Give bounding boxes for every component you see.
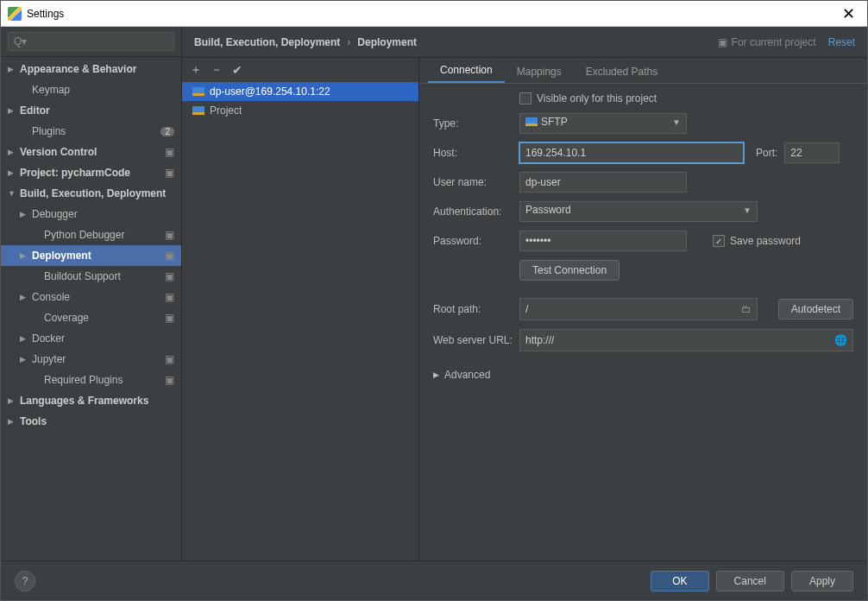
project-scope-icon: ▣	[165, 250, 174, 262]
chevron-right-icon	[20, 251, 28, 260]
root-path-input[interactable]	[520, 299, 741, 319]
chevron-down-icon	[8, 189, 16, 198]
ok-button[interactable]: OK	[651, 571, 708, 592]
remove-server-button[interactable]: －	[210, 63, 223, 77]
autodetect-button[interactable]: Autodetect	[778, 299, 853, 319]
sidebar-item-label: Project: pycharmCode	[20, 167, 181, 179]
sidebar-item-build-execution-deployment[interactable]: Build, Execution, Deployment	[1, 183, 181, 204]
apply-button[interactable]: Apply	[791, 571, 853, 592]
sidebar-item-jupyter[interactable]: Jupyter▣	[1, 349, 181, 370]
tabs-bar: ConnectionMappingsExcluded Paths	[419, 58, 867, 84]
chevron-right-icon	[8, 168, 16, 177]
sidebar-item-label: Appearance & Behavior	[20, 63, 181, 75]
sidebar-item-appearance-behavior[interactable]: Appearance & Behavior	[1, 59, 181, 79]
sidebar-item-coverage[interactable]: Coverage▣	[1, 307, 181, 328]
sidebar-item-docker[interactable]: Docker	[1, 328, 181, 349]
titlebar: Settings ✕	[1, 1, 867, 27]
sidebar-item-debugger[interactable]: Debugger	[1, 204, 181, 225]
server-toolbar: ＋ － ✔	[182, 58, 418, 82]
port-label: Port:	[756, 147, 777, 159]
chevron-right-icon	[8, 396, 16, 405]
tab-mappings[interactable]: Mappings	[505, 60, 574, 83]
sidebar-item-required-plugins[interactable]: Required Plugins▣	[1, 370, 181, 390]
sidebar-item-editor[interactable]: Editor	[1, 100, 181, 121]
mark-default-button[interactable]: ✔	[230, 63, 244, 77]
host-input[interactable]	[519, 142, 744, 163]
sidebar-item-buildout-support[interactable]: Buildout Support▣	[1, 266, 181, 287]
sidebar-item-label: Python Debugger	[44, 229, 181, 241]
sidebar-item-project-pycharmcode[interactable]: Project: pycharmCode▣	[1, 162, 181, 183]
chevron-right-icon	[20, 355, 28, 364]
project-icon: ▣	[718, 36, 727, 48]
server-list-panel: ＋ － ✔ dp-user@169.254.10.1:22Project	[182, 58, 419, 560]
project-scope-icon: ▣	[165, 270, 174, 282]
project-scope-icon: ▣	[165, 229, 174, 241]
project-scope-icon: ▣	[165, 312, 174, 324]
window-title: Settings	[27, 8, 64, 20]
sidebar-item-languages-frameworks[interactable]: Languages & Frameworks	[1, 390, 181, 411]
web-url-input[interactable]	[520, 330, 834, 351]
sidebar-item-console[interactable]: Console▣	[1, 287, 181, 307]
globe-icon[interactable]: 🌐	[834, 334, 852, 346]
sidebar-item-label: Plugins	[32, 125, 181, 137]
sidebar-item-deployment[interactable]: Deployment▣	[1, 245, 181, 266]
chevron-right-icon	[20, 334, 28, 343]
checkbox-checked-icon: ✓	[713, 235, 725, 247]
sidebar-item-label: Debugger	[32, 208, 181, 220]
help-button[interactable]: ?	[15, 571, 35, 592]
project-scope-icon: ▣	[165, 353, 174, 365]
password-label: Password:	[433, 235, 519, 247]
auth-select[interactable]: Password ▼	[519, 201, 758, 222]
username-input[interactable]	[519, 172, 687, 193]
app-icon	[8, 7, 22, 21]
sidebar-item-label: Build, Execution, Deployment	[20, 187, 181, 199]
add-server-button[interactable]: ＋	[189, 63, 203, 77]
detail-panel: ConnectionMappingsExcluded Paths Visible…	[419, 58, 867, 560]
chevron-right-icon	[8, 65, 16, 73]
badge-count: 2	[160, 127, 174, 136]
test-connection-button[interactable]: Test Connection	[519, 260, 620, 281]
port-input[interactable]	[784, 142, 840, 163]
save-password-checkbox[interactable]: ✓ Save password	[713, 235, 801, 247]
crumb-a[interactable]: Build, Execution, Deployment	[194, 36, 340, 48]
chevron-right-icon	[20, 293, 28, 301]
sidebar-item-label: Buildout Support	[44, 270, 181, 282]
tab-connection[interactable]: Connection	[428, 59, 505, 83]
sidebar-item-tools[interactable]: Tools	[1, 411, 181, 432]
chevron-right-icon	[8, 148, 16, 156]
reset-link[interactable]: Reset	[828, 36, 855, 48]
sidebar-item-label: Console	[32, 291, 181, 303]
cancel-button[interactable]: Cancel	[716, 571, 784, 592]
server-item[interactable]: Project	[182, 101, 418, 120]
password-input[interactable]	[519, 231, 687, 251]
checkbox-box-icon	[519, 92, 531, 104]
server-icon	[192, 106, 204, 115]
folder-icon[interactable]: 🗀	[741, 303, 757, 315]
chevron-right-icon	[8, 417, 16, 426]
footer-bar: ? OK Cancel Apply	[1, 560, 867, 600]
tab-excluded-paths[interactable]: Excluded Paths	[574, 60, 670, 83]
server-icon	[192, 87, 204, 96]
main-panel: Build, Execution, Deployment › Deploymen…	[182, 27, 867, 560]
project-scope-icon: ▣	[165, 167, 174, 179]
project-scope-icon: ▣	[165, 374, 174, 386]
crumb-b[interactable]: Deployment	[357, 36, 417, 48]
breadcrumb: Build, Execution, Deployment › Deploymen…	[194, 36, 417, 48]
server-label: dp-user@169.254.10.1:22	[210, 85, 330, 98]
search-input[interactable]	[8, 32, 174, 51]
sidebar-item-python-debugger[interactable]: Python Debugger▣	[1, 225, 181, 245]
sidebar-item-version-control[interactable]: Version Control▣	[1, 142, 181, 162]
chevron-right-icon: ▶	[433, 370, 439, 379]
sidebar-item-label: Keymap	[32, 84, 181, 96]
web-url-input-wrap: 🌐	[519, 329, 853, 351]
close-icon[interactable]: ✕	[837, 4, 860, 23]
sidebar-item-keymap[interactable]: Keymap	[1, 79, 181, 100]
sidebar-item-plugins[interactable]: Plugins2	[1, 121, 181, 142]
settings-tree: Appearance & BehaviorKeymapEditorPlugins…	[1, 57, 181, 560]
advanced-toggle[interactable]: ▶ Advanced	[433, 369, 853, 381]
chevron-down-icon: ▼	[743, 206, 752, 215]
visible-only-checkbox[interactable]: Visible only for this project	[519, 92, 657, 104]
sidebar-item-label: Tools	[20, 415, 181, 427]
server-item[interactable]: dp-user@169.254.10.1:22	[182, 82, 418, 101]
type-select[interactable]: SFTP ▼	[519, 113, 687, 134]
